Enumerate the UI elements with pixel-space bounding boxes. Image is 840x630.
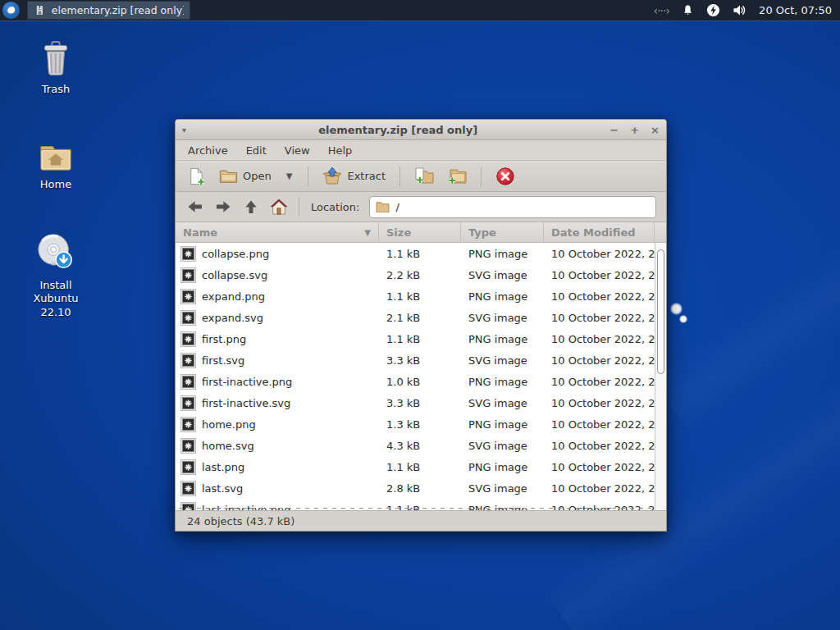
window-titlebar[interactable]: ▾ elementary.zip [read only] − + × — [176, 120, 666, 140]
file-row[interactable]: collapse.png 1.1 kB PNG image 10 October… — [176, 243, 655, 264]
menu-item[interactable]: View — [276, 142, 319, 159]
add-files-button[interactable] — [409, 163, 439, 189]
archive-manager-window: ▾ elementary.zip [read only] − + × Archi… — [175, 119, 667, 532]
file-size: 1.1 kB — [379, 333, 461, 345]
wallpaper-sparkle — [679, 315, 687, 323]
close-button[interactable]: × — [651, 125, 660, 135]
file-row[interactable]: last.png 1.1 kB PNG image 10 October 202… — [176, 456, 655, 477]
file-row[interactable]: expand.png 1.1 kB PNG image 10 October 2… — [176, 285, 655, 307]
column-header-date[interactable]: Date Modified — [544, 222, 655, 242]
extract-button[interactable]: Extract — [317, 163, 390, 189]
extract-icon — [322, 167, 342, 186]
minimize-button[interactable]: − — [609, 125, 619, 135]
file-type: PNG image — [461, 376, 544, 388]
image-file-icon — [180, 417, 196, 432]
home-icon — [270, 199, 288, 215]
file-type: PNG image — [461, 418, 544, 431]
image-file-icon — [180, 353, 196, 368]
file-name: expand.png — [202, 290, 265, 303]
scrollbar-thumb[interactable] — [657, 249, 664, 374]
forward-arrow-icon — [215, 200, 231, 213]
file-size: 1.1 kB — [379, 504, 461, 511]
file-date: 10 October 2022, 20... — [544, 376, 655, 388]
forward-button[interactable] — [212, 196, 235, 217]
open-dropdown-button[interactable]: ▼ — [280, 168, 299, 184]
desktop-icon-install-xubuntu[interactable]: Install Xubuntu 22.10 — [16, 233, 95, 319]
file-name: expand.svg — [202, 312, 263, 324]
menu-item[interactable]: Help — [319, 142, 362, 159]
file-row[interactable]: first.svg 3.3 kB SVG image 10 October 20… — [176, 349, 655, 371]
toolbar-separator — [399, 167, 400, 186]
file-date: 10 October 2022, 20... — [544, 461, 655, 473]
column-header-type[interactable]: Type — [461, 222, 544, 242]
file-type: SVG image — [461, 354, 544, 367]
stop-button[interactable] — [491, 163, 520, 189]
file-name: home.svg — [202, 440, 254, 452]
desktop-icon-home[interactable]: Home — [16, 139, 95, 191]
up-arrow-icon — [244, 199, 258, 214]
desktop-icon-trash[interactable]: Trash — [16, 40, 95, 96]
image-file-icon — [180, 502, 196, 511]
desktop-icon-label: Home — [40, 178, 71, 191]
up-button[interactable] — [240, 196, 262, 217]
archive-file-icon — [34, 4, 46, 16]
file-size: 4.3 kB — [379, 440, 461, 452]
file-row[interactable]: collapse.svg 2.2 kB SVG image 10 October… — [176, 264, 655, 285]
file-name: collapse.svg — [202, 269, 267, 281]
location-input[interactable]: / — [369, 196, 656, 218]
xubuntu-logo-icon — [6, 5, 16, 16]
trash-icon — [38, 40, 74, 78]
taskbar-window-button[interactable]: elementary.zip [read only] — [27, 1, 190, 20]
menu-item[interactable]: Archive — [179, 142, 237, 159]
menu-bar: ArchiveEditViewHelp — [176, 140, 666, 160]
file-name: first-inactive.svg — [202, 397, 290, 409]
panel-clock[interactable]: 20 Oct, 07:50 — [759, 4, 832, 16]
back-button[interactable] — [184, 196, 207, 217]
file-row[interactable]: home.svg 4.3 kB SVG image 10 October 202… — [176, 435, 655, 456]
volume-icon[interactable] — [733, 4, 746, 16]
file-date: 10 October 2022, 20... — [544, 397, 655, 409]
add-folder-button[interactable] — [442, 163, 472, 189]
image-file-icon — [180, 481, 196, 496]
column-header-name[interactable]: Name ▼ — [176, 222, 379, 242]
toolbar-separator — [481, 167, 482, 186]
notification-bell-icon[interactable] — [682, 4, 694, 16]
open-button-label: Open — [243, 170, 272, 182]
install-cd-icon — [36, 233, 75, 274]
image-file-icon — [180, 310, 196, 326]
file-row[interactable]: first-inactive.svg 3.3 kB SVG image 10 O… — [176, 392, 655, 413]
file-row[interactable]: home.png 1.3 kB PNG image 10 October 202… — [176, 413, 655, 435]
column-header-size[interactable]: Size — [379, 222, 461, 242]
file-type: PNG image — [461, 248, 544, 260]
file-type: SVG image — [461, 482, 544, 495]
network-icon[interactable]: ‹···› — [654, 4, 670, 17]
column-header-row: Name ▼ Size Type Date Modified — [176, 222, 666, 243]
vertical-scrollbar[interactable] — [655, 243, 666, 510]
file-row[interactable]: last.svg 2.8 kB SVG image 10 October 202… — [176, 477, 655, 499]
file-date: 10 October 2022, 20... — [544, 312, 655, 324]
image-file-icon — [180, 246, 196, 262]
home-button[interactable] — [267, 196, 290, 217]
top-panel: elementary.zip [read only] ‹···› 20 Oct,… — [0, 0, 840, 21]
file-size: 2.2 kB — [379, 269, 461, 281]
open-button[interactable]: Open — [214, 165, 276, 188]
file-row[interactable]: last-inactive.png 1.1 kB PNG image 10 Oc… — [176, 499, 655, 510]
power-indicator-icon[interactable] — [706, 3, 720, 17]
menu-item[interactable]: Edit — [237, 142, 276, 159]
file-row[interactable]: expand.svg 2.1 kB SVG image 10 October 2… — [176, 307, 655, 328]
file-date: 10 October 2022, 20... — [544, 482, 655, 495]
file-date: 10 October 2022, 20... — [544, 269, 655, 281]
file-date: 10 October 2022, 20... — [544, 248, 655, 260]
home-folder-icon — [37, 139, 75, 173]
file-row[interactable]: first-inactive.png 1.0 kB PNG image 10 O… — [176, 371, 655, 392]
file-row[interactable]: first.png 1.1 kB PNG image 10 October 20… — [176, 328, 655, 349]
file-name: last-inactive.png — [202, 504, 290, 511]
maximize-button[interactable]: + — [630, 125, 639, 135]
file-list: collapse.png 1.1 kB PNG image 10 October… — [176, 243, 655, 510]
file-type: PNG image — [461, 333, 544, 345]
sort-descending-icon: ▼ — [364, 228, 371, 237]
new-archive-button[interactable] — [182, 163, 211, 189]
image-file-icon — [180, 374, 196, 390]
image-file-icon — [180, 438, 196, 454]
applications-menu-button[interactable] — [2, 2, 20, 19]
